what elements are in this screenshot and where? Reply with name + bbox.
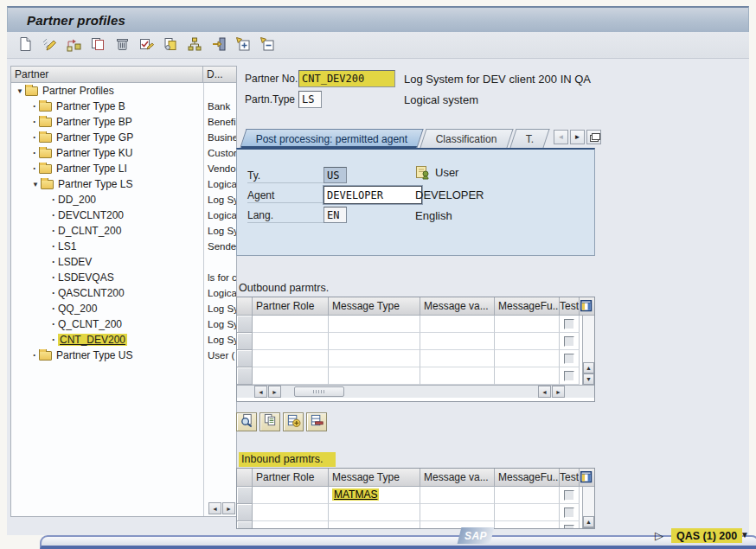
column-header-test[interactable]: Test bbox=[560, 469, 580, 486]
table-cell[interactable] bbox=[253, 504, 329, 521]
select-all-cell[interactable] bbox=[237, 469, 253, 486]
table-cell[interactable] bbox=[329, 504, 420, 521]
status-expand-icon[interactable]: ▷ bbox=[655, 529, 663, 542]
test-checkbox[interactable] bbox=[564, 525, 574, 530]
partner-type-field[interactable]: LS bbox=[298, 91, 322, 108]
expander-icon[interactable]: ▼ bbox=[15, 87, 25, 95]
hscroll-right-button[interactable]: ► bbox=[268, 386, 281, 398]
column-header-test[interactable]: Test bbox=[560, 297, 580, 315]
column-header-message-type[interactable]: Message Type bbox=[329, 469, 420, 486]
tree-item-partner-type-ls[interactable]: ▼Partner Type LSLogica bbox=[11, 176, 236, 192]
table-config-button[interactable] bbox=[580, 469, 593, 486]
tab-post-processing-permitted-agent[interactable]: Post processing: permitted agent bbox=[240, 129, 424, 148]
select-all-cell[interactable] bbox=[237, 297, 253, 315]
table-cell[interactable] bbox=[495, 350, 560, 367]
tab-overview-button[interactable] bbox=[586, 130, 601, 144]
table-cell[interactable] bbox=[495, 333, 560, 350]
tree-column-description[interactable]: D... bbox=[203, 67, 227, 82]
table-cell[interactable] bbox=[253, 350, 329, 367]
table-cell[interactable] bbox=[329, 521, 420, 529]
partner-no-field[interactable]: CNT_DEV200 bbox=[298, 70, 395, 87]
copy-button[interactable] bbox=[259, 412, 280, 431]
tab-t-[interactable]: T. bbox=[510, 129, 550, 148]
insert-row-button[interactable] bbox=[283, 412, 304, 431]
tree-item-q-clnt-200[interactable]: ·Q_CLNT_200Log Sy bbox=[11, 316, 236, 332]
tab-scroll-right-button[interactable]: ► bbox=[570, 130, 585, 144]
agent-type-field[interactable]: US bbox=[324, 167, 347, 183]
table-cell[interactable] bbox=[420, 333, 495, 350]
scroll-down-button[interactable]: ▼ bbox=[583, 373, 594, 385]
assign-agent-button[interactable] bbox=[208, 35, 230, 55]
display-button[interactable] bbox=[236, 412, 257, 431]
hierarchy-button[interactable] bbox=[183, 35, 206, 55]
tree-column-partner[interactable]: Partner bbox=[11, 67, 203, 82]
tab-classification[interactable]: Classification bbox=[420, 129, 514, 148]
hscroll-right-button-2[interactable]: ► bbox=[552, 386, 565, 398]
table-cell[interactable] bbox=[253, 316, 329, 333]
table-cell[interactable] bbox=[495, 487, 560, 504]
test-checkbox[interactable] bbox=[564, 319, 574, 329]
table-cell[interactable] bbox=[329, 333, 420, 350]
row-selector[interactable] bbox=[237, 333, 253, 350]
column-header-messagefu-[interactable]: MessageFu... bbox=[495, 469, 560, 486]
table-cell[interactable] bbox=[495, 316, 560, 333]
tree-item-partner-type-b[interactable]: ·Partner Type BBank bbox=[11, 99, 236, 114]
create-button[interactable] bbox=[14, 35, 36, 55]
system-session-badge[interactable]: QAS (1) 200 bbox=[671, 528, 742, 543]
table-cell[interactable] bbox=[420, 504, 495, 521]
tree-item-partner-profiles[interactable]: ▼Partner Profiles bbox=[11, 83, 236, 99]
table-cell[interactable] bbox=[253, 487, 329, 504]
table-cell[interactable] bbox=[420, 350, 495, 367]
table-cell[interactable] bbox=[495, 521, 560, 529]
hscroll-left-button-2[interactable]: ◄ bbox=[538, 386, 551, 398]
check-entry-button[interactable] bbox=[135, 35, 157, 55]
agent-field[interactable]: DEVELOPER bbox=[324, 186, 422, 204]
table-cell[interactable] bbox=[253, 521, 329, 529]
tree-item-devclnt200[interactable]: ·DEVCLNT200Logica bbox=[11, 207, 236, 223]
test-checkbox[interactable] bbox=[564, 336, 574, 347]
scroll-up-button[interactable]: ▲ bbox=[583, 362, 594, 373]
expand-all-button[interactable] bbox=[232, 35, 254, 55]
tree-item-partner-type-bp[interactable]: ·Partner Type BPBenefi bbox=[11, 114, 236, 130]
row-selector[interactable] bbox=[237, 504, 253, 521]
test-checkbox[interactable] bbox=[564, 354, 574, 364]
table-cell[interactable] bbox=[420, 367, 495, 385]
test-checkbox[interactable] bbox=[564, 508, 574, 518]
row-selector[interactable] bbox=[237, 316, 253, 333]
table-config-button[interactable] bbox=[580, 297, 593, 315]
system-dropdown-icon[interactable]: ▼ bbox=[740, 530, 749, 539]
column-header-message-type[interactable]: Message Type bbox=[329, 297, 420, 315]
table-cell[interactable] bbox=[253, 333, 329, 350]
row-selector[interactable] bbox=[237, 487, 253, 504]
hold-data-button[interactable] bbox=[159, 35, 182, 55]
tree-item-lsdev[interactable]: ·LSDEV bbox=[11, 254, 236, 270]
row-selector[interactable] bbox=[237, 367, 253, 385]
change-button[interactable] bbox=[38, 35, 61, 55]
tree-item-partner-type-gp[interactable]: ·Partner Type GPBusine bbox=[11, 130, 236, 145]
column-header-messagefu-[interactable]: MessageFu... bbox=[495, 297, 560, 315]
column-header-partner-role[interactable]: Partner Role bbox=[253, 297, 329, 315]
table-cell[interactable] bbox=[329, 316, 420, 333]
tree-item-cnt-dev200[interactable]: ·CNT_DEV200Log Sy bbox=[11, 332, 236, 348]
table-vscrollbar[interactable]: ▲▼ bbox=[582, 316, 594, 385]
tree-item-partner-type-li[interactable]: ·Partner Type LIVendo bbox=[11, 161, 236, 176]
copy-button[interactable] bbox=[86, 35, 109, 55]
table-cell[interactable] bbox=[329, 350, 420, 367]
table-vscrollbar[interactable]: ▲▼ bbox=[582, 487, 594, 529]
tree-item-qq-200[interactable]: ·QQ_200Log Sy bbox=[11, 301, 236, 316]
expander-icon[interactable]: ▼ bbox=[30, 181, 41, 188]
delete-button[interactable] bbox=[111, 35, 133, 55]
collapse-all-button[interactable] bbox=[256, 35, 279, 55]
tree-item-ls1[interactable]: ·LS1Sende bbox=[11, 239, 236, 254]
table-cell[interactable] bbox=[495, 504, 560, 521]
tree-item-d-clnt-200[interactable]: ·D_CLNT_200Log Sy bbox=[11, 223, 236, 239]
tree-scroll-left-button[interactable]: ◄ bbox=[208, 502, 221, 514]
test-checkbox[interactable] bbox=[564, 371, 574, 381]
tree-item-partner-type-us[interactable]: ·Partner Type USUser ( bbox=[11, 348, 236, 363]
tree-item-qasclnt200[interactable]: ·QASCLNT200Logica bbox=[11, 285, 236, 301]
row-selector[interactable] bbox=[237, 350, 253, 367]
tree-scroll-right-button[interactable]: ► bbox=[222, 502, 235, 514]
test-checkbox[interactable] bbox=[564, 490, 574, 501]
column-header-message-va-[interactable]: Message va... bbox=[420, 469, 495, 486]
scroll-up-button[interactable]: ▲ bbox=[583, 516, 594, 527]
